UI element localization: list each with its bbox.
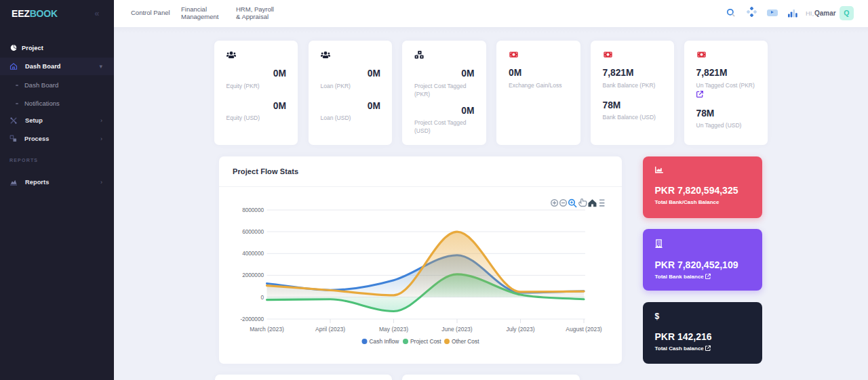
svg-text:August (2023): August (2023) [566, 326, 602, 333]
svg-text:6000000: 6000000 [242, 229, 264, 235]
svg-text:0: 0 [260, 295, 264, 301]
svg-text:June (2023): June (2023) [441, 326, 473, 333]
svg-text:May (2023): May (2023) [379, 326, 408, 333]
svg-text:2000000: 2000000 [242, 272, 264, 278]
svg-text:Other Cost: Other Cost [452, 338, 479, 345]
svg-text:-2000000: -2000000 [240, 316, 264, 322]
svg-text:Project Cost: Project Cost [410, 338, 441, 345]
svg-text:March (2023): March (2023) [250, 326, 284, 333]
svg-text:April (2023): April (2023) [315, 326, 345, 333]
svg-text:8000000: 8000000 [242, 207, 264, 213]
svg-text:July (2023): July (2023) [506, 326, 534, 333]
svg-text:4000000: 4000000 [242, 251, 264, 257]
svg-text:Cash Inflow: Cash Inflow [370, 338, 400, 345]
